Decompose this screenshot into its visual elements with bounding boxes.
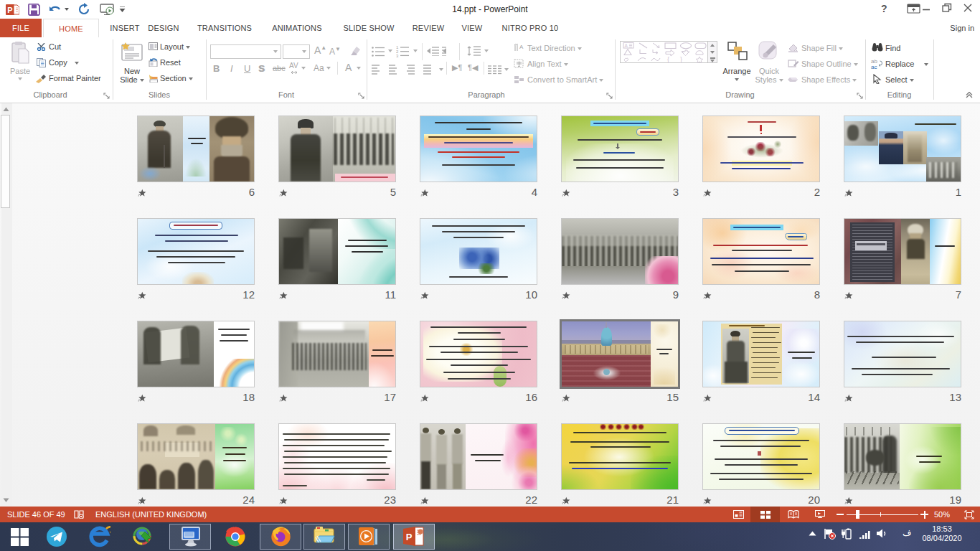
svg-text:}: }	[680, 56, 682, 63]
svg-text:3: 3	[396, 54, 399, 57]
svg-text:{: {	[667, 56, 669, 63]
svg-text:A: A	[625, 43, 628, 48]
svg-text:P: P	[406, 532, 413, 542]
svg-text:ac: ac	[871, 64, 877, 69]
svg-text:P: P	[7, 6, 12, 14]
svg-text:A: A	[519, 44, 524, 50]
